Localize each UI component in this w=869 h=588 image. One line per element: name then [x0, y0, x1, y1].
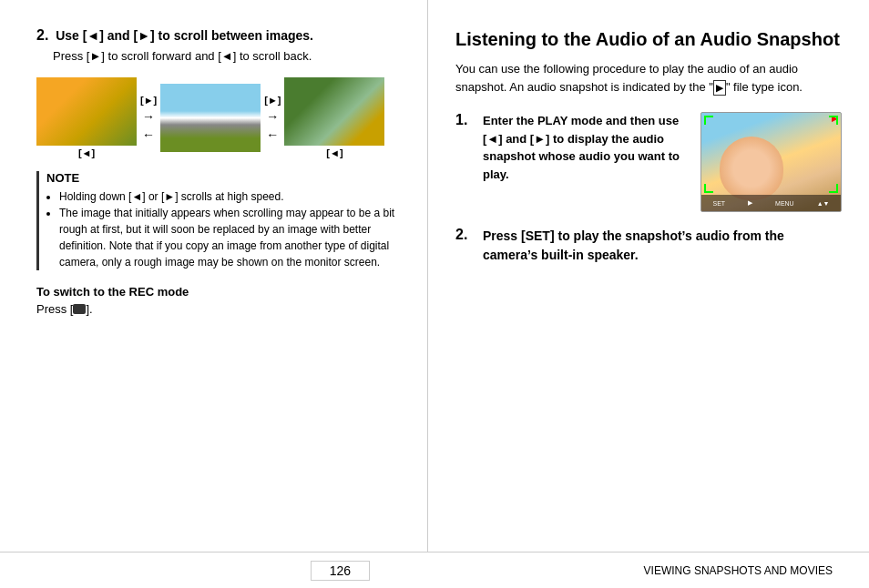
step2-block: 2. Use [◄] and [►] to scroll between ima…	[36, 27, 400, 63]
right-step1-number: 1.	[455, 112, 472, 212]
note-item-1: Holding down [◄] or [►] scrolls at high …	[59, 188, 400, 205]
bracket-tr	[829, 116, 838, 125]
images-row: [◄] [►] → ← [►] → ←	[36, 77, 400, 158]
right-arrow-indicator-2: [►]	[264, 95, 281, 106]
right-step2-text: Press [SET] to play the snapshot’s audio…	[483, 227, 842, 265]
right-step2-number: 2.	[455, 227, 472, 265]
page-footer: 126 VIEWING SNAPSHOTS AND MOVIES	[0, 552, 869, 588]
step2-heading: 2. Use [◄] and [►] to scroll between ima…	[36, 27, 400, 44]
page-number: 126	[311, 561, 370, 581]
arrows-col-2: [►] → ←	[264, 95, 281, 142]
right-button-label: [◄]	[326, 147, 342, 158]
camera-icon	[73, 304, 86, 314]
mountain-image	[160, 84, 261, 152]
arrow-left-2: ←	[266, 127, 279, 142]
camera-preview-image: ▶ SET ▶ MENU ▲▼	[700, 112, 842, 212]
right-step1-block: 1. Enter the PLAY mode and then use [◄] …	[455, 112, 842, 212]
section-intro: You can use the following procedure to p…	[455, 60, 842, 96]
bracket-bl	[704, 184, 713, 193]
flower-image	[36, 77, 137, 146]
file-type-icon: ▶	[713, 80, 726, 96]
preview-ctrl-set: SET	[712, 200, 725, 207]
step2-title: Use [◄] and [►] to scroll between images…	[56, 28, 313, 43]
right-step2-row: 2. Press [SET] to play the snapshot’s au…	[455, 227, 842, 265]
preview-ctrl-extra: ▲▼	[817, 200, 830, 207]
note-list: Holding down [◄] or [►] scrolls at high …	[59, 188, 400, 270]
page-container: 2. Use [◄] and [►] to scroll between ima…	[0, 0, 869, 588]
step2-sub: Press [►] to scroll forward and [◄] to s…	[53, 49, 400, 63]
bracket-br	[829, 184, 838, 193]
switch-section: To switch to the REC mode Press [].	[36, 285, 400, 316]
right-step1-content: Enter the PLAY mode and then use [◄] and…	[483, 112, 690, 212]
switch-text: Press [].	[36, 302, 400, 316]
right-step1-row: 1. Enter the PLAY mode and then use [◄] …	[455, 112, 842, 212]
note-box: NOTE Holding down [◄] or [►] scrolls at …	[36, 171, 400, 270]
step2-number: 2.	[36, 27, 48, 43]
footer-section-label: VIEWING SNAPSHOTS AND MOVIES	[644, 564, 833, 577]
preview-face	[720, 137, 783, 200]
switch-heading: To switch to the REC mode	[36, 285, 400, 299]
arrow-right-1: →	[142, 109, 155, 124]
right-step1-text: Enter the PLAY mode and then use [◄] and…	[483, 112, 690, 183]
content-area: 2. Use [◄] and [►] to scroll between ima…	[0, 0, 869, 552]
right-step2-block: 2. Press [SET] to play the snapshot’s au…	[455, 227, 842, 265]
arrow-left-1: ←	[142, 127, 155, 142]
left-nav-group: [◄]	[36, 77, 137, 158]
right-arrow-indicator: [►]	[140, 95, 157, 106]
left-column: 2. Use [◄] and [►] to scroll between ima…	[0, 0, 428, 552]
insect-image	[284, 77, 384, 146]
arrows-col-1: [►] → ←	[140, 95, 157, 142]
preview-ctrl-play: ▶	[748, 199, 752, 207]
left-button-label: [◄]	[78, 147, 95, 158]
preview-ctrl-menu: MENU	[775, 200, 794, 207]
preview-controls: SET ▶ MENU ▲▼	[701, 195, 841, 211]
note-title: NOTE	[46, 171, 400, 185]
right-nav-group: [◄]	[284, 77, 384, 158]
bracket-tl	[704, 116, 713, 125]
section-title: Listening to the Audio of an Audio Snaps…	[455, 27, 842, 51]
arrow-right-2: →	[266, 109, 279, 124]
right-column: Listening to the Audio of an Audio Snaps…	[428, 0, 869, 552]
note-item-2: The image that initially appears when sc…	[59, 205, 400, 270]
